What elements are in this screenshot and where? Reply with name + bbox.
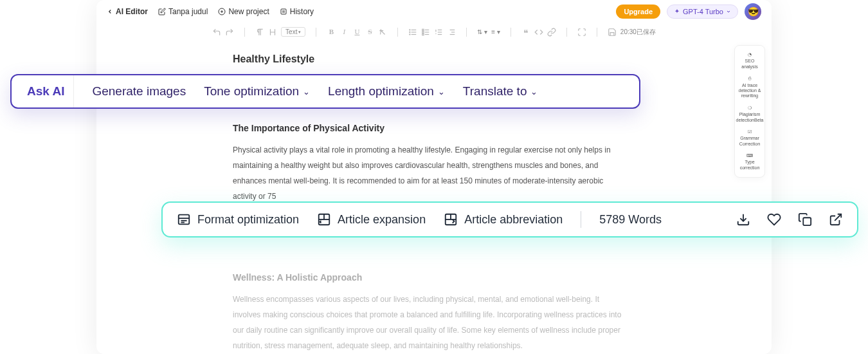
type-icon: ⌨ [746, 153, 753, 158]
chevron-left-icon [107, 8, 113, 15]
code-icon[interactable] [534, 28, 543, 37]
format-optimization-button[interactable]: Format optimization [177, 212, 299, 227]
translate-to-button[interactable]: Translate to⌄ [463, 84, 538, 98]
list-ul-icon[interactable] [408, 28, 417, 37]
svg-line-36 [835, 214, 841, 221]
separator [466, 28, 467, 37]
list-indent-icon[interactable] [447, 28, 456, 37]
gauge-icon: ◔ [748, 52, 752, 57]
model-selector[interactable]: GPT-4 Turbo [667, 5, 738, 19]
strike-icon[interactable]: S [365, 28, 374, 37]
italic-icon[interactable]: I [339, 28, 348, 37]
external-link-icon[interactable] [829, 212, 843, 227]
svg-rect-16 [422, 31, 424, 32]
format-icon [177, 212, 191, 227]
avatar[interactable]: 😎 [745, 3, 761, 20]
section-2-body: Wellness encompasses various aspects of … [233, 292, 624, 353]
bottom-toolbar: Format optimization Article expansion Ar… [161, 201, 858, 238]
separator [597, 28, 597, 37]
abbrev-icon [444, 212, 458, 227]
separator [397, 28, 398, 37]
chevron-down-icon: ⌄ [303, 87, 310, 97]
heart-icon[interactable] [767, 212, 781, 227]
side-label: SEO analysis [737, 59, 762, 70]
document-title: Healthy Lifestyle [233, 53, 624, 65]
edit-icon [158, 8, 166, 15]
app-window: AI Editor Tanpa judul New project Histor… [96, 0, 772, 354]
ask-ai-toolbar: Ask AI Generate images Tone optimization… [10, 74, 640, 109]
article-abbreviation-button[interactable]: Article abbreviation [444, 212, 563, 227]
side-ai-trace[interactable]: ⎙ AI trace detection & rewriting [736, 73, 763, 102]
copy-icon[interactable] [798, 212, 812, 227]
underline-icon[interactable]: U [352, 28, 361, 37]
side-label: AI trace detection & rewriting [737, 83, 762, 99]
save-status: 20:30已保存 [620, 28, 656, 37]
ask-ai-label[interactable]: Ask AI [18, 75, 74, 107]
shield-icon: ❍ [748, 106, 752, 111]
side-grammar[interactable]: ☑ Grammar Correction [736, 127, 763, 149]
plus-circle-icon [218, 8, 226, 15]
back-label: AI Editor [116, 7, 148, 16]
fullscreen-icon[interactable] [577, 28, 586, 37]
sparkle-icon [674, 8, 680, 15]
separator [244, 28, 245, 37]
heading-icon[interactable] [268, 28, 277, 37]
separator [511, 28, 511, 37]
section-1-body: Physical activity plays a vital role in … [233, 142, 624, 204]
redo-icon[interactable] [225, 28, 234, 37]
top-left: AI Editor Tanpa judul New project Histor… [107, 7, 314, 16]
side-panel: ◔ SEO analysis ⎙ AI trace detection & re… [734, 45, 765, 178]
svg-point-9 [410, 29, 410, 30]
search-doc-icon: ⎙ [748, 76, 751, 81]
editor-toolbar: Text ▾ B I U S ⇅ ▾ ≡ ▾ ❝ [96, 23, 772, 41]
download-icon[interactable] [736, 212, 750, 227]
history-button[interactable]: History [280, 7, 314, 16]
separator [581, 211, 581, 228]
generate-images-button[interactable]: Generate images [92, 84, 186, 98]
doc-name-label: Tanpa judul [168, 7, 208, 16]
chevron-down-icon: ⌄ [530, 87, 538, 97]
side-plagiarism[interactable]: ❍ Plagiarism detectionBeta [736, 103, 763, 126]
svg-point-11 [410, 33, 410, 34]
back-button[interactable]: AI Editor [107, 7, 148, 16]
top-right: Upgrade GPT-4 Turbo 😎 [616, 3, 761, 20]
expand-icon [317, 212, 331, 227]
align-icon[interactable]: ≡ ▾ [491, 28, 500, 35]
article-expansion-button[interactable]: Article expansion [317, 212, 426, 227]
svg-point-10 [410, 32, 410, 32]
paragraph-icon[interactable] [255, 28, 264, 37]
new-project-button[interactable]: New project [218, 7, 269, 16]
side-type[interactable]: ⌨ Type correction [736, 151, 763, 173]
doc-name[interactable]: Tanpa judul [158, 7, 208, 16]
svg-rect-17 [422, 33, 424, 35]
list-ol-icon[interactable] [434, 28, 443, 37]
list-check-icon[interactable] [421, 28, 430, 37]
upgrade-button[interactable]: Upgrade [616, 5, 660, 19]
section-2-title: Wellness: A Holistic Approach [233, 272, 624, 283]
doc-check-icon: ☑ [748, 129, 752, 135]
side-seo-analysis[interactable]: ◔ SEO analysis [736, 50, 763, 72]
bold-icon[interactable]: B [327, 28, 336, 37]
chevron-down-icon: ⌄ [438, 87, 445, 97]
text-dropdown[interactable]: Text ▾ [281, 27, 305, 37]
line-height-icon[interactable]: ⇅ ▾ [477, 28, 487, 35]
top-bar: AI Editor Tanpa judul New project Histor… [96, 0, 772, 23]
side-label: Plagiarism detectionBeta [736, 112, 764, 123]
side-label: Grammar Correction [737, 136, 762, 147]
undo-icon[interactable] [212, 28, 221, 37]
separator [566, 28, 567, 37]
separator [316, 28, 316, 37]
svg-rect-3 [281, 9, 286, 14]
clear-format-icon[interactable] [378, 28, 387, 37]
history-icon [280, 8, 287, 15]
model-label: GPT-4 Turbo [683, 8, 723, 15]
save-icon[interactable] [608, 28, 617, 37]
chevron-down-icon [726, 9, 731, 14]
section-1-title: The Importance of Physical Activity [233, 123, 624, 133]
quote-icon[interactable]: ❝ [521, 28, 530, 37]
svg-rect-15 [422, 29, 424, 30]
side-label: Type correction [737, 160, 762, 171]
tone-optimization-button[interactable]: Tone optimization⌄ [204, 84, 310, 98]
link-icon[interactable] [547, 28, 556, 37]
length-optimization-button[interactable]: Length optimization⌄ [328, 84, 445, 98]
